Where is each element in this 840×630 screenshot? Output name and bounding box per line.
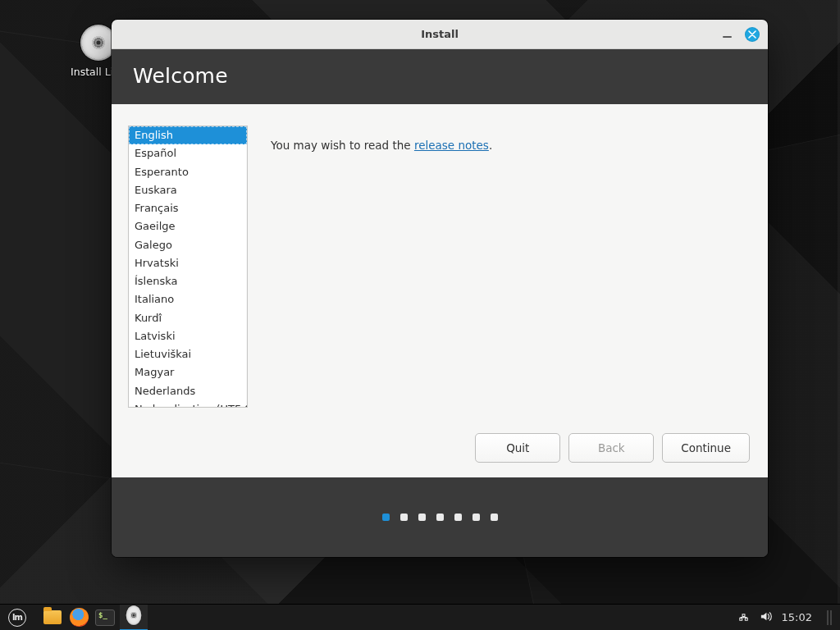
welcome-text-prefix: You may wish to read the bbox=[271, 139, 414, 152]
window-minimize-button[interactable] bbox=[720, 27, 733, 40]
installer-content: EnglishEspañolEsperantoEuskaraFrançaisGa… bbox=[112, 104, 768, 477]
taskbar-firefox[interactable] bbox=[67, 606, 90, 629]
welcome-text-suffix: . bbox=[489, 139, 492, 152]
taskbar-installer[interactable] bbox=[120, 605, 148, 631]
taskbar[interactable]: 15:02 bbox=[0, 604, 840, 630]
volume-icon[interactable] bbox=[760, 610, 772, 625]
window-title: Install bbox=[112, 28, 768, 40]
language-option[interactable]: Italiano bbox=[129, 290, 247, 308]
taskbar-clock[interactable]: 15:02 bbox=[782, 611, 812, 623]
progress-dot bbox=[491, 514, 498, 521]
terminal-icon bbox=[95, 609, 115, 626]
language-option[interactable]: Galego bbox=[129, 236, 247, 254]
page-title: Welcome bbox=[133, 64, 746, 88]
taskbar-separator bbox=[34, 605, 39, 630]
taskbar-terminal[interactable] bbox=[94, 606, 116, 629]
language-option[interactable]: Français bbox=[129, 199, 247, 217]
language-option[interactable]: Magyar bbox=[129, 363, 247, 381]
wizard-buttons: Quit Back Continue bbox=[475, 433, 750, 463]
progress-dot bbox=[454, 514, 462, 521]
language-option[interactable]: Lietuviškai bbox=[129, 345, 247, 363]
installer-header: Welcome bbox=[112, 49, 768, 104]
language-option[interactable]: Esperanto bbox=[129, 163, 247, 181]
back-button[interactable]: Back bbox=[568, 433, 654, 463]
progress-dot bbox=[472, 514, 480, 521]
quit-button[interactable]: Quit bbox=[475, 433, 560, 463]
progress-dot bbox=[418, 514, 426, 521]
folder-icon bbox=[43, 610, 62, 624]
language-option[interactable]: No localization (UTF-8) bbox=[129, 400, 247, 407]
taskbar-files[interactable] bbox=[41, 606, 64, 629]
language-option[interactable]: Español bbox=[129, 144, 247, 162]
panel-grip[interactable] bbox=[827, 610, 832, 625]
language-option[interactable]: Latviski bbox=[129, 327, 247, 345]
welcome-message: You may wish to read the release notes. bbox=[271, 126, 492, 463]
progress-dot bbox=[382, 514, 390, 521]
window-close-button[interactable] bbox=[745, 27, 760, 42]
progress-dot bbox=[400, 514, 408, 521]
system-tray: 15:02 bbox=[737, 610, 835, 625]
network-icon[interactable] bbox=[737, 610, 750, 625]
language-option[interactable]: Hrvatski bbox=[129, 254, 247, 272]
language-option[interactable]: English bbox=[129, 126, 247, 144]
continue-button[interactable]: Continue bbox=[662, 433, 750, 463]
progress-dots bbox=[382, 514, 498, 521]
installer-window: Install Welcome EnglishEspañolEsperantoE… bbox=[112, 20, 768, 557]
language-option[interactable]: Íslenska bbox=[129, 272, 247, 290]
firefox-icon bbox=[70, 608, 89, 627]
release-notes-link[interactable]: release notes bbox=[414, 139, 489, 152]
language-option[interactable]: Gaeilge bbox=[129, 217, 247, 235]
language-option[interactable]: Nederlands bbox=[129, 382, 247, 400]
installer-footer bbox=[112, 477, 768, 557]
window-titlebar[interactable]: Install bbox=[112, 20, 768, 49]
progress-dot bbox=[436, 514, 444, 521]
language-option[interactable]: Euskara bbox=[129, 181, 247, 199]
language-list[interactable]: EnglishEspañolEsperantoEuskaraFrançaisGa… bbox=[128, 126, 248, 408]
mint-logo-icon bbox=[8, 609, 26, 627]
disc-icon bbox=[126, 605, 142, 624]
start-menu-button[interactable] bbox=[0, 605, 34, 631]
language-option[interactable]: Kurdî bbox=[129, 309, 247, 327]
